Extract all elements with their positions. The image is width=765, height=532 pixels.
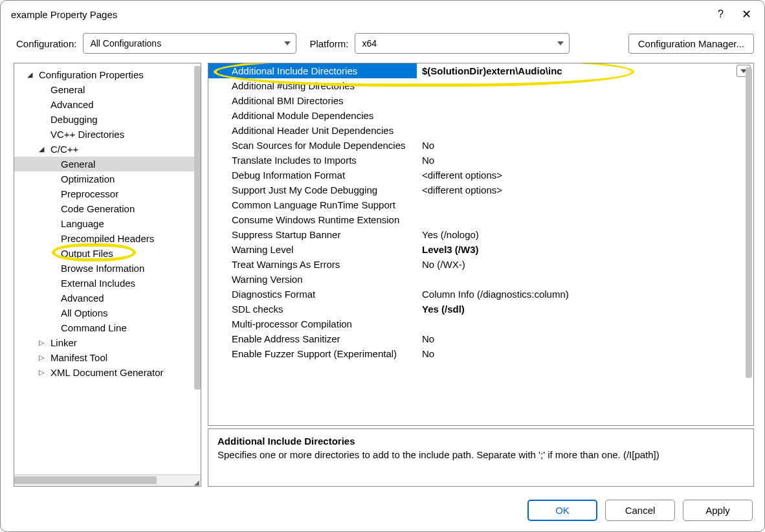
property-value[interactable]	[417, 78, 753, 93]
property-value[interactable]: Column Info (/diagnostics:column)	[417, 287, 753, 302]
tree-item[interactable]: ▷Linker	[14, 335, 201, 350]
property-pages-dialog: example Property Pages ? ✕ Configuration…	[0, 0, 765, 532]
cancel-button[interactable]: Cancel	[605, 500, 675, 521]
property-value[interactable]	[417, 212, 753, 227]
property-row[interactable]: Common Language RunTime Support	[208, 197, 753, 212]
property-row[interactable]: Additional #using Directories	[208, 78, 753, 93]
expand-icon[interactable]: ▷	[39, 353, 48, 362]
expand-icon[interactable]: ▷	[39, 368, 48, 377]
property-row[interactable]: Additional Include Directories$(Solution…	[208, 63, 753, 78]
grid-vertical-scrollbar[interactable]	[746, 67, 752, 378]
property-row[interactable]: SDL checksYes (/sdl)	[208, 302, 753, 316]
ok-button[interactable]: OK	[527, 500, 597, 521]
collapse-icon[interactable]: ◢	[27, 71, 36, 79]
description-pane: Additional Include Directories Specifies…	[208, 428, 754, 487]
property-value[interactable]	[417, 93, 753, 108]
platform-combo[interactable]: x64	[355, 33, 570, 54]
property-label: Common Language RunTime Support	[208, 197, 417, 212]
tree-item[interactable]: Code Generation	[14, 201, 201, 216]
apply-button[interactable]: Apply	[683, 500, 753, 521]
tree-item[interactable]: External Includes	[14, 276, 201, 291]
tree-item[interactable]: ▷Manifest Tool	[14, 350, 201, 365]
dialog-buttons: OK Cancel Apply	[1, 493, 764, 531]
tree-item-label: Browse Information	[61, 263, 144, 274]
property-value[interactable]: Level3 (/W3)	[417, 242, 753, 257]
property-row[interactable]: Multi-processor Compilation	[208, 316, 753, 331]
property-row[interactable]: Support Just My Code Debugging<different…	[208, 183, 753, 197]
tree-root[interactable]: ◢Configuration Properties	[14, 67, 201, 82]
collapse-icon[interactable]: ◢	[39, 145, 48, 153]
tree-item[interactable]: VC++ Directories	[14, 127, 201, 142]
property-value[interactable]: No	[417, 138, 753, 153]
expand-icon[interactable]: ▷	[39, 338, 48, 347]
property-row[interactable]: Consume Windows Runtime Extension	[208, 212, 753, 227]
tree-item[interactable]: Advanced	[14, 291, 201, 305]
configuration-label: Configuration:	[16, 38, 76, 49]
property-grid-scroll[interactable]: Additional Include Directories$(Solution…	[208, 63, 753, 425]
property-row[interactable]: Debug Information Format<different optio…	[208, 168, 753, 183]
property-label: Additional Header Unit Dependencies	[208, 123, 417, 138]
property-row[interactable]: Treat Warnings As ErrorsNo (/WX-)	[208, 257, 753, 272]
tree-item[interactable]: All Options	[14, 305, 201, 320]
property-value[interactable]: <different options>	[417, 183, 753, 197]
property-row[interactable]: Warning LevelLevel3 (/W3)	[208, 242, 753, 257]
help-icon[interactable]: ?	[718, 8, 724, 20]
property-value[interactable]: Yes (/sdl)	[417, 302, 753, 316]
property-row[interactable]: Suppress Startup BannerYes (/nologo)	[208, 227, 753, 242]
property-label: Additional Module Dependencies	[208, 108, 417, 123]
tree-item[interactable]: General	[14, 82, 201, 97]
close-icon[interactable]: ✕	[737, 6, 757, 23]
tree-vertical-scrollbar[interactable]	[194, 66, 201, 390]
tree-horizontal-scrollbar[interactable]: ◢	[14, 474, 201, 486]
property-value[interactable]	[417, 108, 753, 123]
property-row[interactable]: Additional BMI Directories	[208, 93, 753, 108]
property-label: Diagnostics Format	[208, 287, 417, 302]
scrollbar-thumb[interactable]	[14, 476, 157, 484]
tree-item[interactable]: Output Files	[14, 246, 201, 261]
configuration-combo[interactable]: All Configurations	[83, 33, 296, 54]
tree-item[interactable]: General	[14, 157, 201, 172]
property-label: SDL checks	[208, 302, 417, 316]
tree-item[interactable]: Optimization	[14, 172, 201, 186]
property-value[interactable]: No	[417, 331, 753, 346]
property-value[interactable]: <different options>	[417, 168, 753, 183]
property-row[interactable]: Warning Version	[208, 272, 753, 287]
config-platform-row: Configuration: All Configurations Platfo…	[1, 28, 764, 63]
property-row[interactable]: Additional Module Dependencies	[208, 108, 753, 123]
property-value[interactable]: No	[417, 153, 753, 168]
tree-item[interactable]: Debugging	[14, 112, 201, 127]
tree-item[interactable]: Language	[14, 216, 201, 231]
property-row[interactable]: Enable Fuzzer Support (Experimental)No	[208, 346, 753, 361]
tree-item[interactable]: ▷XML Document Generator	[14, 365, 201, 380]
property-row[interactable]: Translate Includes to ImportsNo	[208, 153, 753, 168]
tree-item[interactable]: Precompiled Headers	[14, 231, 201, 246]
tree-item[interactable]: Advanced	[14, 97, 201, 112]
property-label: Debug Information Format	[208, 168, 417, 183]
property-value[interactable]: No	[417, 346, 753, 361]
property-value[interactable]	[417, 197, 753, 212]
property-value[interactable]	[417, 316, 753, 331]
property-row[interactable]: Scan Sources for Module DependenciesNo	[208, 138, 753, 153]
property-label: Additional BMI Directories	[208, 93, 417, 108]
property-value[interactable]	[417, 123, 753, 138]
property-row[interactable]: Enable Address SanitizerNo	[208, 331, 753, 346]
property-value[interactable]: Yes (/nologo)	[417, 227, 753, 242]
tree-item[interactable]: ◢C/C++	[14, 142, 201, 157]
property-row[interactable]: Diagnostics FormatColumn Info (/diagnost…	[208, 287, 753, 302]
tree-item[interactable]: Preprocessor	[14, 186, 201, 201]
tree-scroll[interactable]: ◢Configuration PropertiesGeneralAdvanced…	[14, 63, 201, 474]
tree-item-label: General	[61, 159, 95, 170]
tree-item-label: Code Generation	[61, 203, 135, 214]
tree-item-label: C/C++	[50, 144, 78, 155]
property-value[interactable]	[417, 272, 753, 287]
tree-item[interactable]: Command Line	[14, 320, 201, 335]
tree-item-label: Debugging	[50, 114, 98, 125]
property-row[interactable]: Additional Header Unit Dependencies	[208, 123, 753, 138]
property-value[interactable]: No (/WX-)	[417, 257, 753, 272]
property-value[interactable]: $(SolutionDir)extern\Audio\inc	[417, 63, 734, 78]
resize-grip-icon[interactable]: ◢	[194, 479, 199, 486]
tree-item[interactable]: Browse Information	[14, 261, 201, 276]
tree-pane: ◢Configuration PropertiesGeneralAdvanced…	[14, 63, 201, 487]
property-label: Enable Fuzzer Support (Experimental)	[208, 346, 417, 361]
configuration-manager-button[interactable]: Configuration Manager...	[628, 34, 754, 54]
